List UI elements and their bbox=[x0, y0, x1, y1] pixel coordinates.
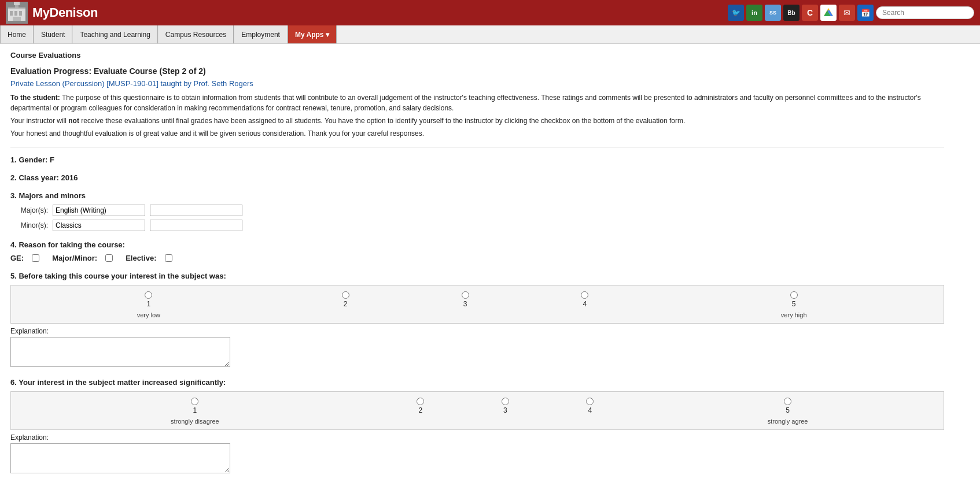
elective-label: Elective: bbox=[126, 254, 156, 262]
q5-option-2: 2 bbox=[286, 287, 405, 309]
minor-input-2[interactable] bbox=[150, 220, 242, 231]
header: MyDenison 🐦 in SS Bb C ✉ 📅 bbox=[0, 0, 980, 25]
q6-label-3: 3 bbox=[503, 406, 507, 414]
search-input[interactable] bbox=[876, 6, 974, 19]
major-input-2[interactable] bbox=[150, 205, 242, 216]
eval-progress-title: Evaluation Progress: Evaluate Course (St… bbox=[10, 66, 944, 76]
q5-empty-1 bbox=[286, 310, 405, 322]
to-student-label: To the student: bbox=[10, 94, 60, 102]
course-link[interactable]: Private Lesson (Percussion) [MUSP-190-01… bbox=[10, 79, 944, 88]
q5-explanation-textarea[interactable] bbox=[10, 337, 230, 367]
ge-label: GE: bbox=[10, 254, 24, 262]
q6-radio-2[interactable] bbox=[417, 398, 424, 405]
logo-text: MyDenison bbox=[32, 5, 98, 20]
q6-radio-5[interactable] bbox=[784, 398, 791, 405]
linkedin-icon[interactable]: in bbox=[746, 5, 762, 21]
twitter-icon[interactable]: 🐦 bbox=[728, 5, 744, 21]
q5-option-4: 4 bbox=[525, 287, 644, 309]
elective-checkbox[interactable] bbox=[165, 254, 172, 262]
navbar: Home Student Teaching and Learning Campu… bbox=[0, 25, 980, 44]
q5-label-2: 2 bbox=[344, 300, 348, 308]
svg-rect-6 bbox=[14, 11, 17, 16]
q6-scale-labels: strongly disagree strongly agree bbox=[12, 417, 942, 428]
minors-label: Minor(s): bbox=[10, 221, 48, 229]
q6-option-5: 5 bbox=[633, 393, 942, 416]
q6-radio-option-2: 2 bbox=[381, 398, 460, 414]
q6-empty-2 bbox=[463, 417, 547, 428]
q5-radio-option-2: 2 bbox=[289, 291, 403, 308]
q6-empty-1 bbox=[379, 417, 463, 428]
divider-1 bbox=[10, 147, 944, 147]
q6-radio-option-4: 4 bbox=[551, 398, 630, 414]
info-paragraph-2: Your instructor will not receive these e… bbox=[10, 116, 944, 126]
header-right: 🐦 in SS Bb C ✉ 📅 bbox=[728, 5, 974, 21]
mail-icon[interactable]: ✉ bbox=[839, 5, 855, 21]
q5-option-1: 1 bbox=[12, 287, 285, 309]
q5-high-label: very high bbox=[645, 310, 942, 322]
svg-rect-8 bbox=[13, 17, 21, 21]
q5-label: 5. Before taking this course your intere… bbox=[10, 272, 944, 280]
q5-label-3: 3 bbox=[463, 300, 467, 308]
info-text-1: The purpose of this questionnaire is to … bbox=[10, 94, 921, 112]
tab-student[interactable]: Student bbox=[34, 25, 72, 43]
q6-radio-option-3: 3 bbox=[466, 398, 545, 414]
q5-radio-1[interactable] bbox=[145, 291, 152, 299]
main-content: Course Evaluations Evaluation Progress: … bbox=[0, 44, 955, 482]
tab-my-apps[interactable]: My Apps ▾ bbox=[288, 25, 337, 43]
c-icon[interactable]: C bbox=[802, 5, 818, 21]
q6-radio-row: 1 2 3 bbox=[12, 393, 942, 416]
q6-explanation-label: Explanation: bbox=[10, 433, 944, 442]
q6-radio-4[interactable] bbox=[586, 398, 594, 405]
q5-label-5: 5 bbox=[792, 300, 796, 308]
q5-label-1: 1 bbox=[147, 300, 151, 308]
q5-scale-labels: very low very high bbox=[12, 310, 942, 322]
svg-rect-2 bbox=[15, 5, 19, 8]
q6-radio-option-1: 1 bbox=[14, 398, 375, 414]
q6-option-3: 3 bbox=[463, 393, 547, 416]
q5-radio-2[interactable] bbox=[342, 291, 349, 299]
self-service-icon[interactable]: SS bbox=[765, 5, 781, 21]
minor-input-1[interactable] bbox=[53, 220, 145, 231]
q5-radio-3[interactable] bbox=[462, 291, 469, 299]
svg-rect-3 bbox=[8, 8, 25, 9]
tab-teaching-learning[interactable]: Teaching and Learning bbox=[72, 25, 157, 43]
blackboard-icon[interactable]: Bb bbox=[783, 5, 800, 21]
tab-employment[interactable]: Employment bbox=[234, 25, 288, 43]
question-3: 3. Majors and minors Major(s): Minor(s): bbox=[10, 191, 944, 231]
drive-icon[interactable] bbox=[820, 5, 837, 21]
q6-option-2: 2 bbox=[379, 393, 463, 416]
q5-radio-row: 1 2 3 bbox=[12, 287, 942, 309]
q5-empty-2 bbox=[406, 310, 525, 322]
calendar-icon[interactable]: 📅 bbox=[857, 5, 874, 21]
ge-checkbox[interactable] bbox=[32, 254, 39, 262]
q6-explanation-block: Explanation: bbox=[10, 433, 944, 475]
tab-home[interactable]: Home bbox=[0, 25, 34, 43]
logo-area: MyDenison bbox=[6, 2, 98, 24]
q6-explanation-textarea[interactable] bbox=[10, 443, 230, 473]
info-paragraph-1: To the student: The purpose of this ques… bbox=[10, 92, 944, 113]
q6-low-label: strongly disagree bbox=[12, 417, 378, 428]
q5-low-label: very low bbox=[12, 310, 285, 322]
q3-label: 3. Majors and minors bbox=[10, 191, 944, 200]
q5-radio-4[interactable] bbox=[581, 291, 588, 299]
q5-radio-option-5: 5 bbox=[647, 291, 940, 308]
q6-radio-option-5: 5 bbox=[635, 398, 940, 414]
q5-radio-option-3: 3 bbox=[408, 291, 522, 308]
q5-explanation-block: Explanation: bbox=[10, 327, 944, 369]
q6-empty-3 bbox=[548, 417, 632, 428]
q6-radio-1[interactable] bbox=[191, 398, 198, 405]
q5-radio-5[interactable] bbox=[790, 291, 798, 299]
svg-rect-5 bbox=[10, 11, 13, 16]
q5-explanation-label: Explanation: bbox=[10, 327, 944, 335]
major-input-1[interactable] bbox=[53, 205, 145, 216]
info-paragraph-3: Your honest and thoughtful evaluation is… bbox=[10, 128, 944, 139]
q6-scale-table: 1 2 3 bbox=[10, 391, 944, 430]
question-1: 1. Gender: F bbox=[10, 155, 944, 164]
major-minor-checkbox[interactable] bbox=[105, 254, 113, 262]
major-minor-label: Major/Minor: bbox=[52, 254, 97, 262]
question-6: 6. Your interest in the subject matter i… bbox=[10, 378, 944, 475]
q6-radio-3[interactable] bbox=[502, 398, 509, 405]
q6-label-4: 4 bbox=[588, 406, 592, 414]
logo-building bbox=[6, 2, 28, 24]
tab-campus-resources[interactable]: Campus Resources bbox=[158, 25, 234, 43]
